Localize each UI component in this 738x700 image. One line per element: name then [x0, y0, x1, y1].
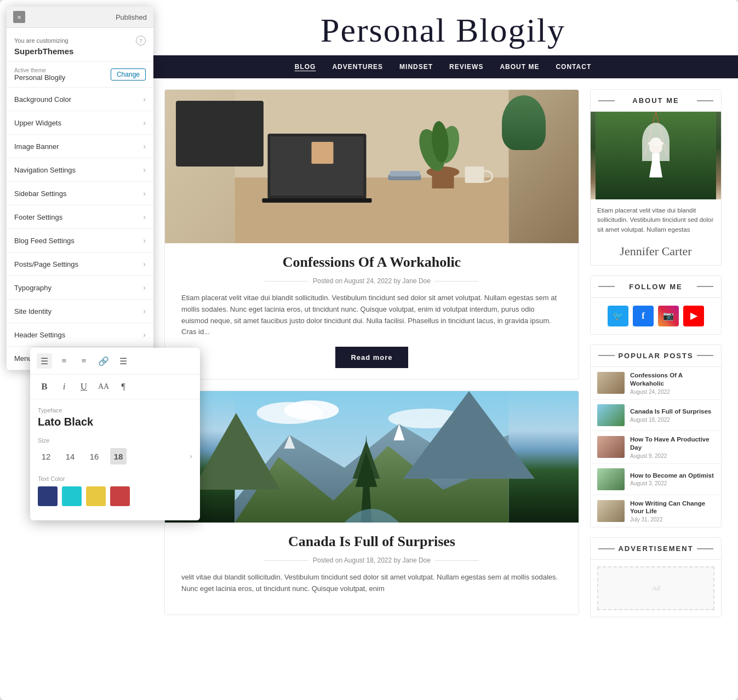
font-size-aa-icon[interactable]: AA — [96, 379, 111, 394]
menu-link-typography[interactable]: Typography › — [7, 276, 153, 299]
menu-link-site-identity[interactable]: Site Identity › — [7, 300, 153, 323]
menu-item-posts-page[interactable]: Posts/Page Settings › — [7, 253, 153, 276]
menu-item-header-settings[interactable]: Header Settings › — [7, 323, 153, 347]
svg-point-16 — [284, 400, 339, 420]
toolbar-row-2: B i U AA ¶ — [30, 375, 200, 399]
popular-post-info-3: How To Have A Productive Day August 9, 2… — [630, 435, 714, 459]
popular-post-item-5[interactable]: How Writing Can Change Your Life July 31… — [591, 495, 721, 527]
align-right-icon[interactable]: ≡ — [76, 353, 91, 369]
menu-link-navigation[interactable]: Navigation Settings › — [7, 158, 153, 181]
menu-item-blog-feed[interactable]: Blog Feed Settings › — [7, 229, 153, 253]
facebook-icon[interactable]: f — [633, 306, 654, 326]
menu-link-background-color[interactable]: Background Color › — [7, 88, 153, 111]
popular-post-info-4: How to Become an Optimist August 3, 2022 — [630, 472, 714, 487]
change-theme-button[interactable]: Change — [111, 68, 146, 81]
underline-icon[interactable]: U — [76, 379, 91, 394]
menu-label-navigation: Navigation Settings — [14, 166, 76, 174]
instagram-icon[interactable]: 📷 — [658, 306, 679, 326]
menu-link-image-banner[interactable]: Image Banner › — [7, 135, 153, 158]
active-theme-row: Active theme Personal Blogily Change — [7, 62, 153, 88]
post-image-workaholic — [165, 90, 579, 243]
menu-label-posts-page: Posts/Page Settings — [14, 260, 78, 268]
list-icon[interactable]: ☰ — [116, 353, 131, 369]
align-center-icon[interactable]: ≡ — [56, 353, 72, 369]
svg-point-30 — [650, 137, 661, 146]
active-theme-info: Active theme Personal Blogily — [14, 67, 65, 82]
menu-item-navigation[interactable]: Navigation Settings › — [7, 158, 153, 182]
menu-item-footer[interactable]: Footer Settings › — [7, 205, 153, 229]
size-option-18[interactable]: 18 — [110, 448, 127, 464]
menu-item-image-banner[interactable]: Image Banner › — [7, 135, 153, 158]
popular-post-info-1: Confessions Of A Workaholic August 24, 2… — [630, 371, 714, 395]
site-nav: BLOG ADVENTURES MINDSET REVIEWS ABOUT ME… — [148, 55, 738, 78]
popular-post-title-1: Confessions Of A Workaholic — [630, 371, 714, 388]
read-more-button[interactable]: Read more — [335, 347, 408, 368]
menu-label-image-banner: Image Banner — [14, 142, 59, 151]
popular-post-date-3: August 9, 2022 — [630, 453, 714, 459]
italic-icon[interactable]: i — [56, 379, 72, 394]
align-left-icon[interactable]: ☰ — [37, 353, 52, 369]
menu-link-upper-widgets[interactable]: Upper Widgets › — [7, 111, 153, 134]
menu-link-footer[interactable]: Footer Settings › — [7, 205, 153, 228]
menu-item-typography[interactable]: Typography › — [7, 276, 153, 300]
menu-link-sidebar[interactable]: Sidebar Settings › — [7, 182, 153, 205]
bold-icon[interactable]: B — [37, 379, 52, 394]
post-title-1: Confessions Of A Workaholic — [181, 254, 562, 271]
svg-point-28 — [649, 141, 662, 154]
nav-item-reviews[interactable]: REVIEWS — [449, 63, 483, 71]
typeface-section: Typeface Lato Black — [30, 399, 200, 432]
popular-post-title-2: Canada Is Full of Surprises — [630, 408, 714, 416]
nav-item-adventures[interactable]: ADVENTURES — [332, 63, 383, 71]
menu-item-site-identity[interactable]: Site Identity › — [7, 300, 153, 323]
paragraph-icon[interactable]: ¶ — [116, 379, 131, 394]
meta-line-left-2 — [265, 560, 308, 561]
menu-link-header-settings[interactable]: Header Settings › — [7, 323, 153, 346]
svg-rect-10 — [465, 167, 484, 183]
size-option-16[interactable]: 16 — [86, 448, 102, 464]
popular-post-item[interactable]: Confessions Of A Workaholic August 24, 2… — [591, 367, 721, 400]
close-button[interactable]: × — [13, 11, 25, 23]
popular-post-date-4: August 3, 2022 — [630, 480, 714, 486]
popular-post-item-2[interactable]: Canada Is Full of Surprises August 18, 2… — [591, 400, 721, 431]
post-excerpt-1: Etiam placerat velit vitae dui blandit s… — [181, 292, 562, 338]
twitter-icon[interactable]: 🐦 — [608, 306, 628, 326]
link-icon[interactable]: 🔗 — [96, 353, 111, 369]
popular-thumb-5 — [597, 500, 625, 522]
nav-item-about[interactable]: ABOUT ME — [500, 63, 539, 71]
chevron-right-icon-9: › — [143, 283, 146, 292]
chevron-right-icon-8: › — [143, 260, 146, 268]
nav-item-contact[interactable]: CONTACT — [556, 63, 591, 71]
follow-widget: FOLLOW ME 🐦 f 📷 ▶ — [590, 276, 722, 335]
menu-item-background-color[interactable]: Background Color › — [7, 88, 153, 111]
customizing-text: You are customizing — [14, 37, 68, 44]
size-option-12[interactable]: 12 — [38, 448, 54, 464]
main-posts: Confessions Of A Workaholic Posted on Au… — [164, 89, 579, 627]
popular-posts-title: POPULAR POSTS — [591, 345, 721, 367]
size-option-14[interactable]: 14 — [62, 448, 78, 464]
youtube-icon[interactable]: ▶ — [683, 306, 704, 326]
color-swatch-blue[interactable] — [38, 486, 58, 506]
size-arrow-right-icon[interactable]: › — [190, 451, 192, 461]
about-widget-title: ABOUT ME — [591, 90, 721, 112]
nav-item-blog[interactable]: BLOG — [295, 63, 316, 71]
popular-thumb-3 — [597, 436, 625, 458]
color-swatch-red[interactable] — [110, 486, 130, 506]
about-signature: Jennifer Carter — [591, 241, 721, 265]
customizer-panel: × Published You are customizing ? Superb… — [7, 7, 153, 370]
popular-post-item-4[interactable]: How to Become an Optimist August 3, 2022 — [591, 464, 721, 495]
about-text: Etiam placerat velit vitae dui blandit s… — [591, 199, 721, 241]
popular-thumb-1 — [597, 372, 625, 394]
menu-label-footer: Footer Settings — [14, 213, 62, 221]
help-icon[interactable]: ? — [136, 36, 146, 45]
popular-post-item-3[interactable]: How To Have A Productive Day August 9, 2… — [591, 431, 721, 464]
nav-item-mindset[interactable]: MINDSET — [399, 63, 433, 71]
menu-item-sidebar[interactable]: Sidebar Settings › — [7, 182, 153, 205]
color-swatch-cyan[interactable] — [62, 486, 82, 506]
menu-link-blog-feed[interactable]: Blog Feed Settings › — [7, 229, 153, 252]
menu-item-upper-widgets[interactable]: Upper Widgets › — [7, 111, 153, 135]
color-swatch-yellow[interactable] — [86, 486, 106, 506]
menu-link-posts-page[interactable]: Posts/Page Settings › — [7, 253, 153, 276]
theme-name: SuperbThemes — [14, 47, 146, 56]
size-label: Size — [38, 437, 192, 444]
popular-thumb-4 — [597, 468, 625, 490]
